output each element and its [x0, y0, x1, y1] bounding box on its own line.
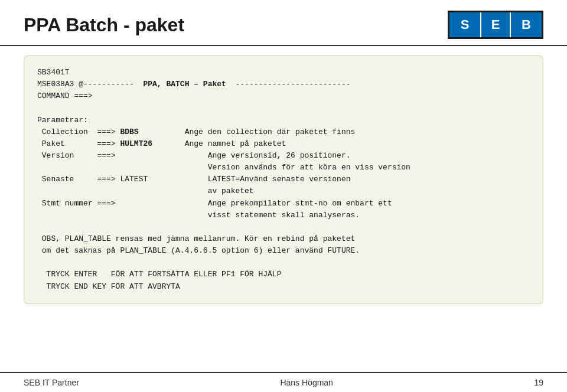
- line2: MSE038A3 @----------- PPA, BATCH – Paket…: [37, 80, 351, 89]
- line6: Collection ===> BDBS Ange den collection…: [37, 128, 355, 136]
- line3: COMMAND ===>: [37, 92, 93, 100]
- seb-logo-b: B: [511, 12, 542, 37]
- page-title: PPA Batch - paket: [24, 14, 184, 36]
- line2-bold: PPA, BATCH – Paket: [143, 80, 226, 89]
- footer: SEB IT Partner Hans Högman 19: [0, 372, 567, 392]
- line9: Version används för att köra en viss ver…: [37, 163, 410, 172]
- seb-logo-s: S: [449, 12, 480, 37]
- page: PPA Batch - paket S E B SB3401T MSE038A3…: [0, 0, 567, 392]
- line5: Parametrar:: [37, 116, 88, 125]
- footer-right: 19: [534, 378, 543, 387]
- line10: Senaste ===> LATEST LATEST=Använd senast…: [37, 175, 351, 184]
- terminal-box: SB3401T MSE038A3 @----------- PPA, BATCH…: [24, 55, 543, 304]
- line8: Version ===> Ange versionsid, 26 positio…: [37, 151, 351, 160]
- seb-logo-e: E: [480, 12, 511, 37]
- header: PPA Batch - paket S E B: [0, 0, 567, 46]
- line18: TRYCK ENTER FÖR ATT FORTSÄTTA ELLER PF1 …: [37, 270, 281, 279]
- seb-letter-b: B: [522, 17, 531, 32]
- line2-post: -------------------------: [226, 80, 351, 89]
- footer-left: SEB IT Partner: [24, 378, 79, 387]
- line19: TRYCK END KEY FÖR ATT AVBRYTA: [37, 282, 180, 291]
- line1: SB3401T: [37, 68, 70, 77]
- seb-logo: S E B: [448, 11, 543, 39]
- seb-letter-s: S: [461, 17, 470, 32]
- line7-post: Ange namnet på paketet: [152, 139, 286, 148]
- footer-center: Hans Högman: [280, 378, 333, 387]
- line12: Stmt nummer ===> Ange prekompilator stmt…: [37, 199, 392, 208]
- line7-pre: Paket ===>: [37, 139, 120, 148]
- line7: Paket ===> HULMT26 Ange namnet på pakete…: [37, 139, 286, 148]
- seb-letter-e: E: [491, 17, 500, 32]
- terminal-content: SB3401T MSE038A3 @----------- PPA, BATCH…: [37, 67, 530, 293]
- line13: visst statement skall analyseras.: [37, 211, 360, 220]
- line2-pre: MSE038A3 @-----------: [37, 80, 143, 89]
- line7-bold: HULMT26: [120, 139, 152, 148]
- line6-pre: Collection ===>: [37, 128, 120, 136]
- line6-post: Ange den collection där paketet finns: [139, 128, 356, 136]
- line15: OBS, PLAN_TABLE rensas med jämna mellanr…: [37, 234, 355, 243]
- line16: om det saknas på PLAN_TABLE (A.4.6.6.5 o…: [37, 246, 360, 255]
- line6-bold: BDBS: [120, 128, 138, 136]
- line11: av paketet: [37, 187, 254, 195]
- main-content: SB3401T MSE038A3 @----------- PPA, BATCH…: [0, 55, 567, 304]
